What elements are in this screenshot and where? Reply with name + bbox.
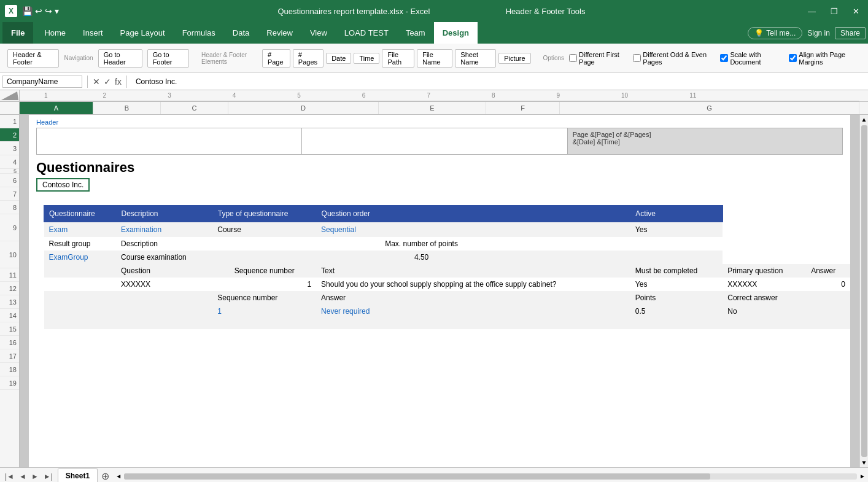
col-header-b[interactable]: B xyxy=(93,102,161,114)
current-date-btn[interactable]: Date xyxy=(326,53,351,64)
next-sheet-btn[interactable]: ► xyxy=(29,471,41,482)
sheet-name-btn[interactable]: Sheet Name xyxy=(455,49,496,68)
row-num-6[interactable]: 6 xyxy=(0,174,19,187)
last-sheet-btn[interactable]: ►| xyxy=(41,471,55,482)
navigation-label: Navigation xyxy=(64,55,93,61)
row-num-5[interactable]: 5 xyxy=(0,169,19,174)
a-points: 0.5 xyxy=(630,305,723,318)
tell-me-box[interactable]: 💡 Tell me... xyxy=(748,27,802,39)
num-pages-btn[interactable]: # Pages xyxy=(293,49,324,68)
page-number-btn[interactable]: # Page xyxy=(262,49,290,68)
row-num-12[interactable]: 12 xyxy=(0,282,19,295)
row-num-15[interactable]: 15 xyxy=(0,322,19,336)
a-empty2 xyxy=(806,305,850,318)
table-header-row: Questionnaire Description Type of questi… xyxy=(44,206,851,222)
tab-insert[interactable]: Insert xyxy=(74,22,112,44)
question-data-row: XXXXXX 1 Should you do your school suppl… xyxy=(44,278,851,291)
file-path-btn[interactable]: File Path xyxy=(382,49,414,68)
row-num-4[interactable]: 4 xyxy=(0,155,19,169)
sheet-tab-1[interactable]: Sheet1 xyxy=(58,468,98,482)
hscroll-track[interactable] xyxy=(124,473,857,480)
row-num-3[interactable]: 3 xyxy=(0,142,19,155)
restore-btn[interactable]: ❐ xyxy=(827,7,842,16)
result-group-row: Result group Description Max. number of … xyxy=(44,237,851,251)
close-btn[interactable]: ✕ xyxy=(849,7,863,16)
row-num-9[interactable]: 9 xyxy=(0,214,19,241)
diff-first-page-chk[interactable]: Different First Page xyxy=(569,51,628,66)
row-num-2[interactable]: 2 xyxy=(0,128,19,142)
tab-data[interactable]: Data xyxy=(224,22,258,44)
prev-sheet-btn[interactable]: ◄ xyxy=(17,471,29,482)
horizontal-scrollbar[interactable]: ◄ ► xyxy=(115,472,866,481)
tab-file[interactable]: File xyxy=(2,22,33,44)
col-header-a[interactable]: A xyxy=(20,102,93,114)
col-header-d[interactable]: D xyxy=(228,102,379,114)
diff-odd-even-chk[interactable]: Different Odd & Even Pages xyxy=(633,51,715,66)
scroll-down-btn[interactable]: ▼ xyxy=(861,459,867,466)
minimize-btn[interactable]: — xyxy=(804,7,820,16)
dropdown-icon[interactable]: ▾ xyxy=(55,6,59,16)
function-btn[interactable]: fx xyxy=(115,77,122,87)
col-header-e[interactable]: E xyxy=(379,102,486,114)
scroll-thumb[interactable] xyxy=(861,125,867,457)
row-num-16[interactable]: 16 xyxy=(0,336,19,349)
company-name-cell[interactable]: Contoso Inc. xyxy=(36,178,90,192)
row-num-18[interactable]: 18 xyxy=(0,363,19,376)
row-num-14[interactable]: 14 xyxy=(0,309,19,322)
undo-icon[interactable]: ↩ xyxy=(35,6,42,16)
hscroll-thumb[interactable] xyxy=(124,473,710,480)
tab-view[interactable]: View xyxy=(301,22,336,44)
tab-review[interactable]: Review xyxy=(258,22,301,44)
col-header-c[interactable]: C xyxy=(161,102,228,114)
vertical-scrollbar[interactable]: ▲ ▼ xyxy=(859,115,868,467)
align-page-margins-chk[interactable]: Align with Page Margins xyxy=(789,51,861,66)
confirm-formula-btn[interactable]: ✓ xyxy=(104,77,111,87)
formula-actions: ✕ ✓ fx xyxy=(93,77,122,87)
formula-bar: ✕ ✓ fx xyxy=(0,73,868,90)
row-num-11[interactable]: 11 xyxy=(0,268,19,282)
row-num-17[interactable]: 17 xyxy=(0,349,19,363)
current-time-btn[interactable]: Time xyxy=(354,53,379,64)
sheet-bottom-area: |◄ ◄ ► ►| Sheet1 ⊕ ◄ ► xyxy=(0,467,868,482)
first-sheet-btn[interactable]: |◄ xyxy=(2,471,17,482)
row-num-19[interactable]: 19 xyxy=(0,376,19,390)
row-num-10[interactable]: 10 xyxy=(0,241,19,268)
scale-with-doc-chk[interactable]: Scale with Document xyxy=(720,51,784,66)
tab-team[interactable]: Team xyxy=(397,22,434,44)
redo-icon[interactable]: ↪ xyxy=(45,6,52,16)
file-name-btn[interactable]: File Name xyxy=(417,49,452,68)
tab-design[interactable]: Design xyxy=(434,22,478,44)
header-cell-right[interactable]: Page &[Page] of &[Pages] &[Date] &[Time] xyxy=(568,128,842,154)
cancel-formula-btn[interactable]: ✕ xyxy=(93,77,100,87)
questionnaire-table: Questionnaire Description Type of questi… xyxy=(44,205,850,383)
scroll-up-btn[interactable]: ▲ xyxy=(861,116,867,123)
title-bar: X 💾 ↩ ↪ ▾ Questionnaires report template… xyxy=(0,0,868,22)
scroll-left-btn[interactable]: ◄ xyxy=(115,473,122,480)
tab-load-test[interactable]: LOAD TEST xyxy=(336,22,397,44)
scroll-right-btn[interactable]: ► xyxy=(859,473,866,480)
hf-header-btn[interactable]: Header & Footer xyxy=(7,49,59,68)
row-num-1[interactable]: 1 xyxy=(0,115,19,128)
save-icon[interactable]: 💾 xyxy=(22,6,33,16)
ribbon-right: 💡 Tell me... Sign in Share xyxy=(748,27,866,39)
add-sheet-btn[interactable]: ⊕ xyxy=(98,469,113,482)
tab-page-layout[interactable]: Page Layout xyxy=(112,22,174,44)
header-cell-left[interactable] xyxy=(37,128,302,154)
window-title: Questionnaires report template.xlsx - Ex… xyxy=(59,7,804,16)
sign-in-btn[interactable]: Sign in xyxy=(807,29,830,37)
go-to-header-btn[interactable]: Go to Header xyxy=(98,49,142,68)
name-box[interactable] xyxy=(2,76,82,88)
picture-btn[interactable]: Picture xyxy=(498,53,530,64)
row-num-13[interactable]: 13 xyxy=(0,295,19,309)
tab-formulas[interactable]: Formulas xyxy=(174,22,224,44)
formula-input[interactable] xyxy=(132,76,866,87)
col-header-g[interactable]: G xyxy=(560,102,859,114)
row-num-7[interactable]: 7 xyxy=(0,187,19,201)
go-to-footer-btn[interactable]: Go to Footer xyxy=(147,49,189,68)
tab-home[interactable]: Home xyxy=(36,22,74,44)
q-seqnum: 1 xyxy=(212,278,316,291)
row-num-8[interactable]: 8 xyxy=(0,201,19,214)
share-btn[interactable]: Share xyxy=(835,27,866,39)
header-cell-center[interactable] xyxy=(302,128,567,154)
col-header-f[interactable]: F xyxy=(486,102,560,114)
